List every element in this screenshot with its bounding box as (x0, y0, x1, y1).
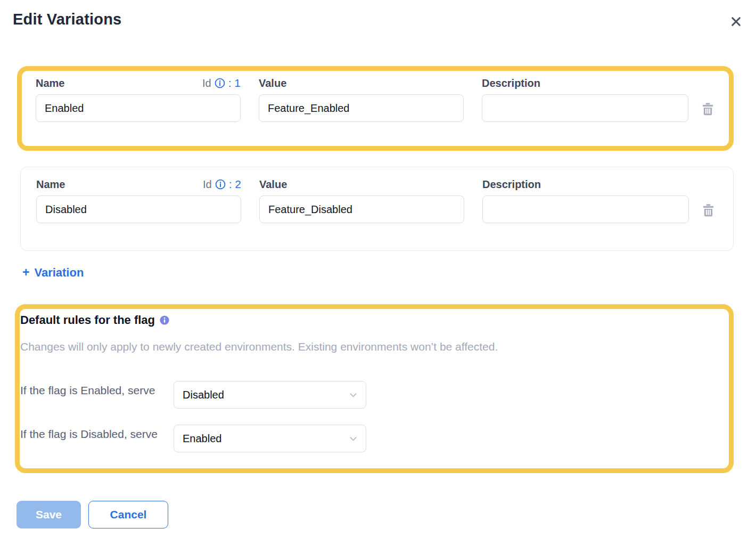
id-value: : 2 (229, 178, 241, 191)
close-icon (729, 14, 743, 29)
name-label: Name (36, 77, 64, 90)
plus-icon: + (22, 265, 29, 280)
save-button[interactable]: Save (17, 501, 81, 528)
value-label: Value (259, 77, 286, 90)
id-label: Id (202, 77, 211, 90)
value-input[interactable] (259, 196, 464, 223)
dialog-title: Edit Variations (13, 11, 121, 28)
default-rules-section: Default rules for the flag Changes will … (15, 304, 734, 473)
cancel-button[interactable]: Cancel (88, 501, 168, 528)
close-button[interactable] (725, 11, 746, 32)
id-label: Id (203, 178, 212, 191)
rule-label-enabled: If the flag is Enabled, serve (20, 381, 174, 399)
description-label: Description (482, 77, 540, 90)
add-variation-button[interactable]: + Variation (22, 265, 84, 280)
serve-select-enabled[interactable]: Disabled (174, 381, 366, 409)
info-filled-icon[interactable] (160, 315, 169, 325)
chevron-down-icon (348, 434, 358, 444)
info-icon[interactable] (215, 179, 226, 190)
selected-value: Disabled (183, 389, 224, 401)
default-rules-note: Changes will only apply to newly created… (20, 340, 716, 353)
name-label: Name (36, 178, 65, 191)
selected-value: Enabled (183, 433, 221, 445)
value-label: Value (259, 178, 287, 191)
delete-variation-button[interactable] (700, 101, 715, 117)
description-input[interactable] (482, 196, 689, 223)
rule-label-disabled: If the flag is Disabled, serve (20, 425, 174, 443)
add-variation-label: Variation (34, 266, 84, 280)
chevron-down-icon (348, 390, 358, 400)
variation-id-badge: Id : 2 (203, 178, 241, 191)
description-label: Description (482, 178, 541, 191)
edit-variations-dialog: Edit Variations Name Id (0, 0, 756, 553)
delete-variation-button[interactable] (701, 202, 716, 218)
variation-card-1: Name Id : 1 (17, 66, 734, 151)
info-icon[interactable] (215, 78, 225, 88)
description-input[interactable] (482, 94, 688, 122)
id-value: : 1 (228, 77, 241, 90)
trash-icon (701, 203, 716, 217)
name-input[interactable] (36, 196, 241, 223)
variation-card-2: Name Id : 2 (20, 167, 734, 251)
default-rules-title: Default rules for the flag (20, 313, 155, 327)
variation-id-badge: Id : 1 (202, 77, 241, 90)
name-input[interactable] (36, 94, 241, 122)
trash-icon (701, 102, 715, 116)
value-input[interactable] (259, 94, 464, 122)
serve-select-disabled[interactable]: Enabled (174, 425, 366, 452)
